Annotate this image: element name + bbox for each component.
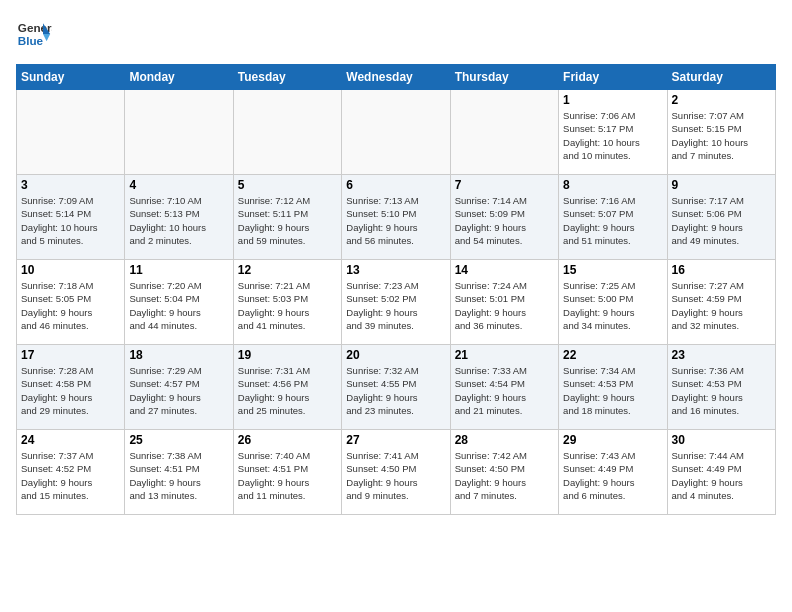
cell-info: Sunrise: 7:32 AMSunset: 4:55 PMDaylight:… <box>346 364 445 417</box>
calendar-body: 1Sunrise: 7:06 AMSunset: 5:17 PMDaylight… <box>17 90 776 515</box>
calendar-cell: 30Sunrise: 7:44 AMSunset: 4:49 PMDayligh… <box>667 430 775 515</box>
cell-info: Sunrise: 7:24 AMSunset: 5:01 PMDaylight:… <box>455 279 554 332</box>
cell-info: Sunrise: 7:27 AMSunset: 4:59 PMDaylight:… <box>672 279 771 332</box>
cell-info: Sunrise: 7:42 AMSunset: 4:50 PMDaylight:… <box>455 449 554 502</box>
day-number: 23 <box>672 348 771 362</box>
calendar-cell: 12Sunrise: 7:21 AMSunset: 5:03 PMDayligh… <box>233 260 341 345</box>
cell-info: Sunrise: 7:33 AMSunset: 4:54 PMDaylight:… <box>455 364 554 417</box>
cell-info: Sunrise: 7:06 AMSunset: 5:17 PMDaylight:… <box>563 109 662 162</box>
cell-info: Sunrise: 7:37 AMSunset: 4:52 PMDaylight:… <box>21 449 120 502</box>
day-number: 4 <box>129 178 228 192</box>
weekday-thursday: Thursday <box>450 65 558 90</box>
day-number: 19 <box>238 348 337 362</box>
cell-info: Sunrise: 7:17 AMSunset: 5:06 PMDaylight:… <box>672 194 771 247</box>
calendar-cell: 23Sunrise: 7:36 AMSunset: 4:53 PMDayligh… <box>667 345 775 430</box>
calendar-cell: 6Sunrise: 7:13 AMSunset: 5:10 PMDaylight… <box>342 175 450 260</box>
calendar-cell: 7Sunrise: 7:14 AMSunset: 5:09 PMDaylight… <box>450 175 558 260</box>
day-number: 20 <box>346 348 445 362</box>
calendar-cell: 13Sunrise: 7:23 AMSunset: 5:02 PMDayligh… <box>342 260 450 345</box>
weekday-tuesday: Tuesday <box>233 65 341 90</box>
week-row-1: 1Sunrise: 7:06 AMSunset: 5:17 PMDaylight… <box>17 90 776 175</box>
day-number: 27 <box>346 433 445 447</box>
day-number: 24 <box>21 433 120 447</box>
day-number: 6 <box>346 178 445 192</box>
day-number: 22 <box>563 348 662 362</box>
day-number: 11 <box>129 263 228 277</box>
day-number: 30 <box>672 433 771 447</box>
calendar-cell: 25Sunrise: 7:38 AMSunset: 4:51 PMDayligh… <box>125 430 233 515</box>
weekday-monday: Monday <box>125 65 233 90</box>
day-number: 21 <box>455 348 554 362</box>
calendar-cell <box>233 90 341 175</box>
week-row-3: 10Sunrise: 7:18 AMSunset: 5:05 PMDayligh… <box>17 260 776 345</box>
day-number: 13 <box>346 263 445 277</box>
calendar-cell: 5Sunrise: 7:12 AMSunset: 5:11 PMDaylight… <box>233 175 341 260</box>
calendar-cell: 11Sunrise: 7:20 AMSunset: 5:04 PMDayligh… <box>125 260 233 345</box>
calendar-cell <box>342 90 450 175</box>
cell-info: Sunrise: 7:13 AMSunset: 5:10 PMDaylight:… <box>346 194 445 247</box>
calendar-cell: 10Sunrise: 7:18 AMSunset: 5:05 PMDayligh… <box>17 260 125 345</box>
calendar-cell: 22Sunrise: 7:34 AMSunset: 4:53 PMDayligh… <box>559 345 667 430</box>
calendar-cell: 27Sunrise: 7:41 AMSunset: 4:50 PMDayligh… <box>342 430 450 515</box>
cell-info: Sunrise: 7:44 AMSunset: 4:49 PMDaylight:… <box>672 449 771 502</box>
logo: General Blue <box>16 16 52 52</box>
calendar-cell <box>17 90 125 175</box>
calendar-cell <box>450 90 558 175</box>
day-number: 17 <box>21 348 120 362</box>
page-header: General Blue <box>16 16 776 52</box>
calendar-cell: 26Sunrise: 7:40 AMSunset: 4:51 PMDayligh… <box>233 430 341 515</box>
day-number: 25 <box>129 433 228 447</box>
week-row-4: 17Sunrise: 7:28 AMSunset: 4:58 PMDayligh… <box>17 345 776 430</box>
calendar-cell: 1Sunrise: 7:06 AMSunset: 5:17 PMDaylight… <box>559 90 667 175</box>
cell-info: Sunrise: 7:14 AMSunset: 5:09 PMDaylight:… <box>455 194 554 247</box>
cell-info: Sunrise: 7:43 AMSunset: 4:49 PMDaylight:… <box>563 449 662 502</box>
day-number: 12 <box>238 263 337 277</box>
week-row-2: 3Sunrise: 7:09 AMSunset: 5:14 PMDaylight… <box>17 175 776 260</box>
day-number: 10 <box>21 263 120 277</box>
cell-info: Sunrise: 7:36 AMSunset: 4:53 PMDaylight:… <box>672 364 771 417</box>
cell-info: Sunrise: 7:20 AMSunset: 5:04 PMDaylight:… <box>129 279 228 332</box>
cell-info: Sunrise: 7:38 AMSunset: 4:51 PMDaylight:… <box>129 449 228 502</box>
day-number: 28 <box>455 433 554 447</box>
calendar-cell: 19Sunrise: 7:31 AMSunset: 4:56 PMDayligh… <box>233 345 341 430</box>
calendar-cell: 8Sunrise: 7:16 AMSunset: 5:07 PMDaylight… <box>559 175 667 260</box>
day-number: 1 <box>563 93 662 107</box>
cell-info: Sunrise: 7:09 AMSunset: 5:14 PMDaylight:… <box>21 194 120 247</box>
cell-info: Sunrise: 7:07 AMSunset: 5:15 PMDaylight:… <box>672 109 771 162</box>
cell-info: Sunrise: 7:16 AMSunset: 5:07 PMDaylight:… <box>563 194 662 247</box>
cell-info: Sunrise: 7:23 AMSunset: 5:02 PMDaylight:… <box>346 279 445 332</box>
calendar-cell: 15Sunrise: 7:25 AMSunset: 5:00 PMDayligh… <box>559 260 667 345</box>
calendar-cell: 20Sunrise: 7:32 AMSunset: 4:55 PMDayligh… <box>342 345 450 430</box>
weekday-wednesday: Wednesday <box>342 65 450 90</box>
cell-info: Sunrise: 7:34 AMSunset: 4:53 PMDaylight:… <box>563 364 662 417</box>
calendar-cell: 24Sunrise: 7:37 AMSunset: 4:52 PMDayligh… <box>17 430 125 515</box>
cell-info: Sunrise: 7:29 AMSunset: 4:57 PMDaylight:… <box>129 364 228 417</box>
calendar-cell: 9Sunrise: 7:17 AMSunset: 5:06 PMDaylight… <box>667 175 775 260</box>
weekday-sunday: Sunday <box>17 65 125 90</box>
calendar-cell: 2Sunrise: 7:07 AMSunset: 5:15 PMDaylight… <box>667 90 775 175</box>
calendar-cell: 18Sunrise: 7:29 AMSunset: 4:57 PMDayligh… <box>125 345 233 430</box>
cell-info: Sunrise: 7:12 AMSunset: 5:11 PMDaylight:… <box>238 194 337 247</box>
cell-info: Sunrise: 7:21 AMSunset: 5:03 PMDaylight:… <box>238 279 337 332</box>
calendar-cell: 14Sunrise: 7:24 AMSunset: 5:01 PMDayligh… <box>450 260 558 345</box>
cell-info: Sunrise: 7:41 AMSunset: 4:50 PMDaylight:… <box>346 449 445 502</box>
calendar-cell: 17Sunrise: 7:28 AMSunset: 4:58 PMDayligh… <box>17 345 125 430</box>
weekday-friday: Friday <box>559 65 667 90</box>
calendar-cell: 29Sunrise: 7:43 AMSunset: 4:49 PMDayligh… <box>559 430 667 515</box>
calendar-cell: 21Sunrise: 7:33 AMSunset: 4:54 PMDayligh… <box>450 345 558 430</box>
day-number: 2 <box>672 93 771 107</box>
calendar-table: SundayMondayTuesdayWednesdayThursdayFrid… <box>16 64 776 515</box>
cell-info: Sunrise: 7:28 AMSunset: 4:58 PMDaylight:… <box>21 364 120 417</box>
day-number: 16 <box>672 263 771 277</box>
day-number: 3 <box>21 178 120 192</box>
day-number: 14 <box>455 263 554 277</box>
day-number: 5 <box>238 178 337 192</box>
day-number: 29 <box>563 433 662 447</box>
svg-text:Blue: Blue <box>18 34 44 47</box>
day-number: 8 <box>563 178 662 192</box>
calendar-header: SundayMondayTuesdayWednesdayThursdayFrid… <box>17 65 776 90</box>
day-number: 7 <box>455 178 554 192</box>
cell-info: Sunrise: 7:18 AMSunset: 5:05 PMDaylight:… <box>21 279 120 332</box>
calendar-cell: 4Sunrise: 7:10 AMSunset: 5:13 PMDaylight… <box>125 175 233 260</box>
svg-marker-3 <box>43 34 50 41</box>
